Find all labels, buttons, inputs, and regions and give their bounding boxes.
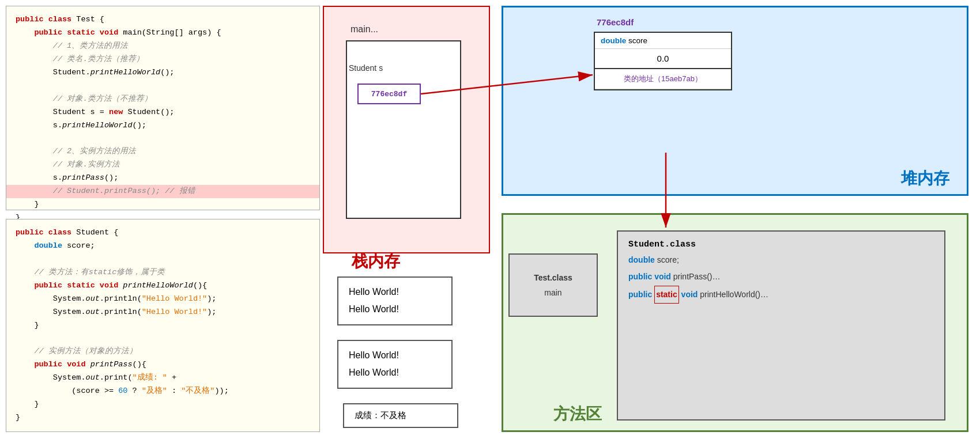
- testclass-title: Test.class: [534, 273, 572, 282]
- heap-memory-area: 堆内存: [502, 6, 968, 196]
- test-class-box: Test.class main: [508, 253, 598, 317]
- heap-field-value: 0.0: [595, 49, 731, 69]
- heap-field-label: double score: [595, 33, 731, 49]
- output-line-4: Hello World!: [349, 364, 441, 381]
- stack-memory-label: 栈内存: [352, 251, 400, 272]
- stack-ref-value: 776ec8df: [357, 84, 421, 104]
- testclass-method: main: [544, 288, 561, 297]
- heap-class-addr: 类的地址（15aeb7ab）: [595, 69, 731, 89]
- output-result: 成绩：不及格: [343, 403, 458, 428]
- main-label: main...: [350, 24, 378, 35]
- output-line-1: Hello World!: [349, 283, 441, 301]
- method-area-label: 方法区: [553, 403, 602, 425]
- student-class-code: public class Student { double score; // …: [6, 219, 320, 432]
- heap-obj-address: 776ec8df: [597, 17, 634, 27]
- studentclass-title: Student.class: [628, 240, 934, 249]
- test-class-code: public class Test { public static void m…: [6, 6, 320, 210]
- output-box-2: Hello World! Hello World!: [337, 340, 453, 389]
- sc-printhelloworld: public static void printHelloWorld()…: [628, 286, 934, 304]
- heap-object-box: double score 0.0 类的地址（15aeb7ab）: [594, 32, 732, 90]
- output-line-2: Hello World!: [349, 301, 441, 318]
- sc-double-score: double score;: [628, 252, 934, 268]
- output-line-3: Hello World!: [349, 347, 441, 364]
- heap-memory-label: 堆内存: [901, 168, 949, 190]
- student-s-label: Student s: [349, 63, 383, 73]
- output-box-1: Hello World! Hello World!: [337, 276, 453, 325]
- sc-printpass: public void printPass()…: [628, 268, 934, 285]
- result-text: 成绩：不及格: [355, 409, 447, 422]
- student-class-box: Student.class double score; public void …: [617, 230, 945, 421]
